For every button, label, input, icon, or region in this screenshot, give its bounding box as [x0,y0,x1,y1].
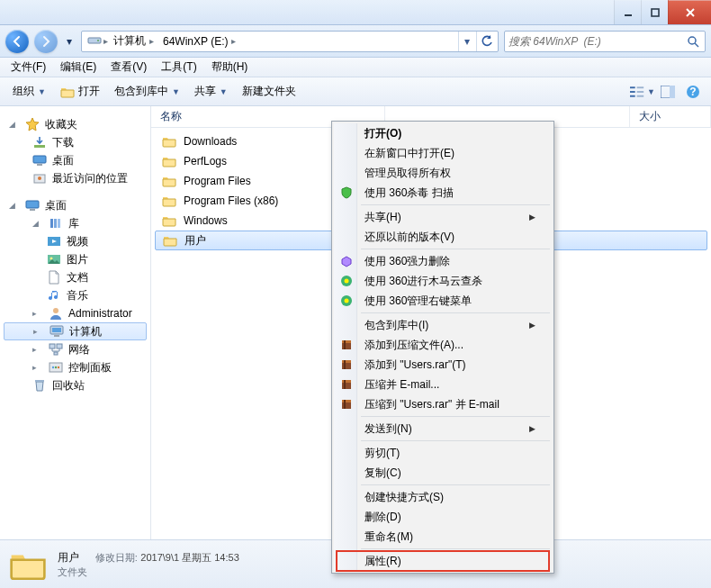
details-folder-icon [9,546,47,583]
menu-tools[interactable]: 工具(T) [154,57,203,77]
view-mode-button[interactable]: ▼ [630,81,655,103]
history-dropdown[interactable]: ▾ [63,30,76,53]
navnode-desktop-fav[interactable]: 桌面 [0,151,150,169]
ctx-trojan[interactable]: 使用 360进行木马云查杀 [334,271,552,291]
navnode-favorites[interactable]: ◢ 收藏夹 [0,115,150,133]
refresh-button[interactable] [476,32,496,51]
chevron-right-icon: ▸ [32,345,43,354]
details-date-value: 2017\9\1 星期五 14:53 [140,552,238,563]
breadcrumb-computer[interactable]: 计算机 ▸ [110,32,158,51]
menu-edit[interactable]: 编辑(E) [53,57,104,77]
ctx-shortcut[interactable]: 创建快捷方式(S) [334,487,552,507]
document-icon [47,270,61,285]
ctx-share[interactable]: 共享(H)▶ [334,207,552,227]
details-date-label: 修改日期: [95,552,138,563]
ctx-scan360[interactable]: 使用 360杀毒 扫描 [334,183,552,203]
navnode-recycle[interactable]: 回收站 [0,376,150,394]
help-button[interactable]: ? [680,81,706,103]
search-icon[interactable] [685,35,701,48]
controlpanel-icon [49,360,63,375]
column-size[interactable]: 大小 [630,106,711,127]
360-icon [339,274,354,288]
window-minimize-button[interactable] [614,0,641,24]
chevron-right-icon: ▸ [33,327,44,336]
navnode-downloads[interactable]: 下载 [0,133,150,151]
svg-rect-42 [35,380,44,382]
menu-help[interactable]: 帮助(H) [204,57,256,77]
navnode-network[interactable]: ▸ 网络 [0,340,150,358]
svg-rect-55 [344,380,346,389]
shield-icon [339,185,354,200]
ctx-cut[interactable]: 剪切(T) [334,443,552,463]
address-dropdown[interactable]: ▾ [458,32,474,51]
forward-button[interactable] [34,30,58,53]
ctx-rightmenu[interactable]: 使用 360管理右键菜单 [334,291,552,311]
organize-button[interactable]: 组织 ▼ [5,80,53,103]
navnode-computer[interactable]: ▸ 计算机 [4,322,147,340]
preview-pane-button[interactable] [655,81,680,103]
svg-rect-57 [342,400,351,403]
new-folder-button[interactable]: 新建文件夹 [235,80,303,103]
submenu-arrow-icon: ▶ [529,321,536,330]
address-bar[interactable]: ▸ 计算机 ▸ 64WinXP (E:) ▸ ▾ [81,31,499,52]
share-button[interactable]: 共享 ▼ [187,80,235,103]
ctx-copy[interactable]: 复制(C) [334,463,552,483]
navnode-admin[interactable]: ▸ Administrator [0,304,150,322]
folder-icon [162,174,176,188]
folder-icon [162,134,176,149]
ctx-force-del[interactable]: 使用 360强力删除 [334,251,552,271]
breadcrumb-drive[interactable]: 64WinXP (E:) ▸ [159,32,239,51]
navnode-libraries[interactable]: ◢ 库 [0,214,150,232]
navnode-recent[interactable]: 最近访问的位置 [0,169,150,187]
navnode-documents[interactable]: 文档 [0,268,150,286]
svg-point-30 [50,258,53,260]
ctx-send-to[interactable]: 发送到(N)▶ [334,419,552,439]
menu-file[interactable]: 文件(F) [4,57,53,77]
ctx-delete[interactable]: 删除(D) [334,507,552,527]
navnode-videos[interactable]: 视频 [0,232,150,250]
svg-rect-18 [34,145,45,148]
svg-rect-23 [26,201,39,208]
include-button[interactable]: 包含到库中 ▼ [107,80,187,103]
ctx-open-new[interactable]: 在新窗口中打开(E) [334,143,552,163]
ctx-admin-own[interactable]: 管理员取得所有权 [334,163,552,183]
navnode-pictures[interactable]: 图片 [0,250,150,268]
ctx-zip-email[interactable]: 压缩并 E-mail... [334,375,552,394]
folder-icon [162,213,176,228]
desktop-icon [32,153,47,167]
breadcrumb-sep-icon: ▸ [104,36,108,46]
menu-view[interactable]: 查看(V) [104,57,154,77]
360-icon [339,294,354,308]
open-button[interactable]: 打开 [53,80,107,103]
svg-rect-34 [54,335,59,337]
rar-icon [339,397,354,412]
navnode-desktop[interactable]: ◢ 桌面 [0,196,150,214]
window-maximize-button[interactable] [641,0,668,24]
svg-rect-48 [342,340,351,343]
search-input[interactable] [508,35,685,48]
svg-rect-26 [54,219,57,228]
ctx-rename[interactable]: 重命名(M) [334,527,552,547]
navnode-controlpanel[interactable]: ▸ 控制面板 [0,358,150,376]
ctx-properties[interactable]: 属性(R) [334,551,552,571]
svg-rect-33 [52,328,61,332]
navnode-music[interactable]: 音乐 [0,286,150,304]
ctx-zip-users-email[interactable]: 压缩到 "Users.rar" 并 E-mail [334,394,552,414]
search-box[interactable] [504,31,706,52]
ctx-include-lib[interactable]: 包含到库中(I)▶ [334,315,552,335]
svg-rect-58 [344,400,346,409]
back-button[interactable] [5,30,29,53]
video-icon [47,234,61,249]
ctx-add-archive[interactable]: 添加到压缩文件(A)... [334,335,552,355]
svg-rect-49 [344,340,346,349]
ctx-open[interactable]: 打开(O) [334,123,552,143]
svg-rect-51 [342,360,351,363]
open-folder-icon [60,85,75,99]
svg-rect-9 [630,91,635,93]
svg-rect-12 [637,91,644,93]
svg-point-39 [52,366,54,368]
ctx-restore[interactable]: 还原以前的版本(V) [334,227,552,247]
svg-point-40 [55,366,57,368]
window-close-button[interactable] [668,0,711,24]
ctx-add-users-rar[interactable]: 添加到 "Users.rar"(T) [334,355,552,375]
